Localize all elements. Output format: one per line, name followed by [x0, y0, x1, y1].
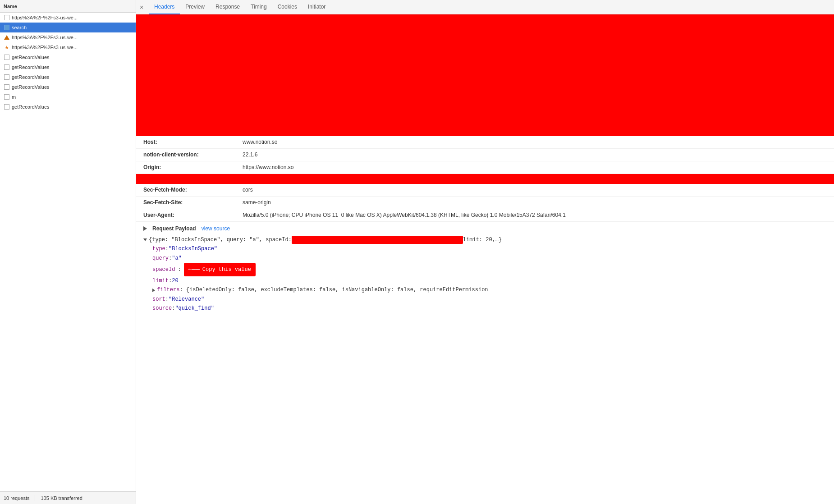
- network-item-4[interactable]: ★ https%3A%2F%2Fs3-us-we...: [0, 42, 136, 52]
- search-item-label: search: [12, 25, 132, 30]
- red-divider: [136, 174, 834, 184]
- header-value-sec-fetch-site: same-origin: [243, 199, 271, 206]
- payload-type-line: type : "BlocksInSpace": [143, 244, 827, 253]
- header-value-sec-fetch-mode: cors: [243, 187, 253, 193]
- header-key-user-agent: User-Agent:: [143, 212, 243, 218]
- item-label-4: https%3A%2F%2Fs3-us-we...: [12, 45, 132, 50]
- header-value-host: www.notion.so: [243, 139, 277, 145]
- item-label-5: getRecordValues: [12, 55, 132, 60]
- item-label-8: getRecordValues: [12, 84, 132, 90]
- payload-summary-line: {type: "BlocksInSpace", query: "a", spac…: [143, 235, 827, 244]
- item-icon-4: ★: [4, 44, 10, 50]
- tab-preview[interactable]: Preview: [180, 0, 210, 14]
- view-source-link[interactable]: view source: [202, 225, 230, 232]
- tab-headers[interactable]: Headers: [149, 0, 180, 14]
- item-icon: [4, 14, 10, 21]
- item-icon-10: [4, 104, 10, 110]
- payload-content: {type: "BlocksInSpace", query: "a", spac…: [143, 235, 827, 313]
- item-icon-search: [4, 24, 10, 31]
- network-item-7[interactable]: getRecordValues: [0, 72, 136, 82]
- item-label-6: getRecordValues: [12, 64, 132, 70]
- tab-initiator[interactable]: Initiator: [302, 0, 331, 14]
- tab-response[interactable]: Response: [210, 0, 245, 14]
- close-button[interactable]: ×: [138, 4, 145, 11]
- content-area: Host: www.notion.so notion-client-versio…: [136, 14, 834, 504]
- header-key-client-version: notion-client-version:: [143, 151, 243, 158]
- left-panel-header: Name: [0, 0, 136, 13]
- transferred-size: 105 KB transferred: [41, 495, 82, 501]
- tab-bar: × Headers Preview Response Timing Cookie…: [136, 0, 834, 14]
- header-row-sec-fetch-site: Sec-Fetch-Site: same-origin: [136, 197, 834, 209]
- item-icon-8: [4, 84, 10, 90]
- right-panel: × Headers Preview Response Timing Cookie…: [136, 0, 834, 504]
- network-item-10[interactable]: getRecordValues: [0, 102, 136, 112]
- spaceId-redacted: [292, 236, 463, 244]
- expand-icon: [143, 238, 147, 241]
- header-value-client-version: 22.1.6: [243, 151, 257, 158]
- item-label-3: https%3A%2F%2Fs3-us-we...: [12, 35, 132, 40]
- collapse-triangle-icon: [143, 226, 147, 231]
- header-key-host: Host:: [143, 139, 243, 145]
- devtools-container: Name https%3A%2F%2Fs3-us-we... search ht…: [0, 0, 834, 504]
- name-column-header: Name: [4, 4, 17, 9]
- item-label-7: getRecordValues: [12, 74, 132, 80]
- item-icon-3: [4, 34, 10, 41]
- payload-limit-line: limit : 20: [143, 276, 827, 285]
- network-item-9[interactable]: m: [0, 92, 136, 102]
- payload-spaceid-line: spaceId : ←—— Copy this value: [143, 263, 827, 276]
- headers-section-1: Host: www.notion.so notion-client-versio…: [136, 136, 834, 174]
- left-panel: Name https%3A%2F%2Fs3-us-we... search ht…: [0, 0, 136, 504]
- payload-section: Request Payload view source {type: "Bloc…: [136, 222, 834, 317]
- tab-timing[interactable]: Timing: [245, 0, 272, 14]
- header-row-user-agent: User-Agent: Mozilla/5.0 (iPhone; CPU iPh…: [136, 209, 834, 222]
- payload-label: Request Payload: [152, 225, 196, 232]
- item-icon-7: [4, 74, 10, 80]
- header-row-client-version: notion-client-version: 22.1.6: [136, 149, 834, 161]
- item-label: https%3A%2F%2Fs3-us-we...: [12, 15, 132, 20]
- headers-section-2: Sec-Fetch-Mode: cors Sec-Fetch-Site: sam…: [136, 184, 834, 222]
- payload-sort-line: sort : "Relevance": [143, 295, 827, 304]
- payload-section-header: Request Payload view source: [143, 225, 827, 232]
- network-item-8[interactable]: getRecordValues: [0, 82, 136, 92]
- request-count: 10 requests: [4, 495, 29, 501]
- header-row-sec-fetch-mode: Sec-Fetch-Mode: cors: [136, 184, 834, 197]
- item-icon-5: [4, 54, 10, 60]
- network-item[interactable]: https%3A%2F%2Fs3-us-we...: [0, 13, 136, 23]
- header-key-origin: Origin:: [143, 164, 243, 170]
- network-item-5[interactable]: getRecordValues: [0, 52, 136, 62]
- header-value-origin: https://www.notion.so: [243, 164, 293, 170]
- status-bar: 10 requests 105 KB transferred: [0, 491, 136, 504]
- header-value-user-agent: Mozilla/5.0 (iPhone; CPU iPhone OS 11_0 …: [243, 212, 566, 218]
- copy-tooltip[interactable]: ←—— Copy this value: [184, 263, 256, 276]
- network-item-3[interactable]: https%3A%2F%2Fs3-us-we...: [0, 32, 136, 42]
- item-label-9: m: [12, 94, 132, 100]
- payload-query-line: query : "a": [143, 254, 827, 263]
- payload-source-line: source : "quick_find": [143, 304, 827, 313]
- response-preview-red: [136, 14, 834, 136]
- tab-cookies[interactable]: Cookies: [272, 0, 302, 14]
- item-label-10: getRecordValues: [12, 104, 132, 110]
- main-area: Name https%3A%2F%2Fs3-us-we... search ht…: [0, 0, 834, 504]
- header-key-sec-fetch-mode: Sec-Fetch-Mode:: [143, 187, 243, 193]
- network-item-search[interactable]: search: [0, 23, 136, 32]
- network-item-6[interactable]: getRecordValues: [0, 62, 136, 72]
- copy-tooltip-text: Copy this value: [202, 265, 251, 274]
- header-row-origin: Origin: https://www.notion.so: [136, 161, 834, 174]
- status-separator: [35, 495, 35, 501]
- filters-expand-icon: [152, 289, 155, 292]
- item-icon-6: [4, 64, 10, 70]
- header-row-host: Host: www.notion.so: [136, 136, 834, 149]
- item-icon-9: [4, 94, 10, 100]
- header-key-sec-fetch-site: Sec-Fetch-Site:: [143, 199, 243, 206]
- payload-filters-line: filters : {isDeletedOnly: false, exclude…: [143, 285, 827, 294]
